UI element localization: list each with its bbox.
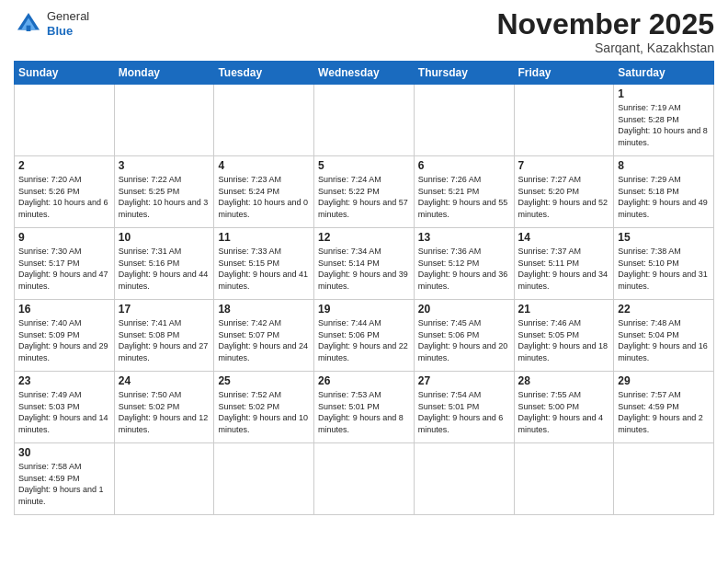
day-number: 14 xyxy=(518,231,610,244)
calendar-body: 1Sunrise: 7:19 AM Sunset: 5:28 PM Daylig… xyxy=(15,85,714,515)
calendar-day-cell xyxy=(214,85,314,156)
calendar-day-cell: 24Sunrise: 7:50 AM Sunset: 5:02 PM Dayli… xyxy=(114,372,214,443)
calendar-header: SundayMondayTuesdayWednesdayThursdayFrid… xyxy=(15,62,714,85)
day-number: 16 xyxy=(18,303,110,316)
weekday-header: Saturday xyxy=(614,62,714,85)
calendar-day-cell: 12Sunrise: 7:34 AM Sunset: 5:14 PM Dayli… xyxy=(314,228,415,300)
calendar-day-cell: 23Sunrise: 7:49 AM Sunset: 5:03 PM Dayli… xyxy=(15,372,115,443)
day-number: 8 xyxy=(618,159,710,172)
logo-blue: Blue xyxy=(47,24,89,39)
day-info: Sunrise: 7:55 AM Sunset: 5:00 PM Dayligh… xyxy=(518,389,610,435)
calendar-week-row: 30Sunrise: 7:58 AM Sunset: 4:59 PM Dayli… xyxy=(15,443,714,515)
day-info: Sunrise: 7:34 AM Sunset: 5:14 PM Dayligh… xyxy=(318,246,410,292)
calendar-day-cell xyxy=(414,443,514,515)
calendar-day-cell: 13Sunrise: 7:36 AM Sunset: 5:12 PM Dayli… xyxy=(414,228,514,300)
calendar-day-cell: 4Sunrise: 7:23 AM Sunset: 5:24 PM Daylig… xyxy=(214,156,314,228)
day-info: Sunrise: 7:20 AM Sunset: 5:26 PM Dayligh… xyxy=(18,174,110,220)
day-number: 29 xyxy=(618,374,710,387)
weekday-header: Wednesday xyxy=(314,62,415,85)
month-title: November 2025 xyxy=(496,9,714,39)
calendar-day-cell: 10Sunrise: 7:31 AM Sunset: 5:16 PM Dayli… xyxy=(114,228,214,300)
day-number: 9 xyxy=(18,231,110,244)
day-number: 20 xyxy=(418,303,510,316)
calendar-day-cell xyxy=(314,443,415,515)
calendar-day-cell: 28Sunrise: 7:55 AM Sunset: 5:00 PM Dayli… xyxy=(514,372,614,443)
calendar-day-cell: 26Sunrise: 7:53 AM Sunset: 5:01 PM Dayli… xyxy=(314,372,415,443)
day-number: 19 xyxy=(318,303,410,316)
day-number: 24 xyxy=(119,374,210,387)
calendar-day-cell: 17Sunrise: 7:41 AM Sunset: 5:08 PM Dayli… xyxy=(114,300,214,372)
day-info: Sunrise: 7:53 AM Sunset: 5:01 PM Dayligh… xyxy=(318,389,410,435)
day-info: Sunrise: 7:37 AM Sunset: 5:11 PM Dayligh… xyxy=(518,246,610,292)
day-info: Sunrise: 7:49 AM Sunset: 5:03 PM Dayligh… xyxy=(18,389,110,435)
calendar-day-cell xyxy=(15,85,115,156)
calendar-table: SundayMondayTuesdayWednesdayThursdayFrid… xyxy=(14,61,714,515)
day-info: Sunrise: 7:52 AM Sunset: 5:02 PM Dayligh… xyxy=(218,389,310,435)
svg-rect-2 xyxy=(27,26,31,31)
weekday-header: Monday xyxy=(114,62,214,85)
weekday-header: Friday xyxy=(514,62,614,85)
calendar-week-row: 2Sunrise: 7:20 AM Sunset: 5:26 PM Daylig… xyxy=(15,156,714,228)
calendar-day-cell: 25Sunrise: 7:52 AM Sunset: 5:02 PM Dayli… xyxy=(214,372,314,443)
page-header: General Blue November 2025 Sarqant, Kaza… xyxy=(14,9,714,55)
day-info: Sunrise: 7:45 AM Sunset: 5:06 PM Dayligh… xyxy=(418,317,510,363)
day-number: 5 xyxy=(318,159,410,172)
day-number: 26 xyxy=(318,374,410,387)
day-number: 15 xyxy=(618,231,710,244)
day-number: 13 xyxy=(418,231,510,244)
weekday-header-row: SundayMondayTuesdayWednesdayThursdayFrid… xyxy=(15,62,714,85)
logo-icon xyxy=(14,9,43,39)
day-number: 17 xyxy=(119,303,210,316)
calendar-day-cell xyxy=(314,85,415,156)
day-number: 3 xyxy=(119,159,210,172)
calendar-day-cell xyxy=(114,443,214,515)
day-number: 11 xyxy=(218,231,310,244)
calendar-day-cell: 21Sunrise: 7:46 AM Sunset: 5:05 PM Dayli… xyxy=(514,300,614,372)
day-info: Sunrise: 7:24 AM Sunset: 5:22 PM Dayligh… xyxy=(318,174,410,220)
calendar-day-cell: 30Sunrise: 7:58 AM Sunset: 4:59 PM Dayli… xyxy=(15,443,115,515)
calendar-day-cell: 27Sunrise: 7:54 AM Sunset: 5:01 PM Dayli… xyxy=(414,372,514,443)
day-info: Sunrise: 7:22 AM Sunset: 5:25 PM Dayligh… xyxy=(119,174,210,220)
day-info: Sunrise: 7:36 AM Sunset: 5:12 PM Dayligh… xyxy=(418,246,510,292)
day-number: 4 xyxy=(218,159,310,172)
day-info: Sunrise: 7:26 AM Sunset: 5:21 PM Dayligh… xyxy=(418,174,510,220)
calendar-day-cell xyxy=(214,443,314,515)
day-info: Sunrise: 7:19 AM Sunset: 5:28 PM Dayligh… xyxy=(618,102,710,148)
day-number: 27 xyxy=(418,374,510,387)
calendar-day-cell: 20Sunrise: 7:45 AM Sunset: 5:06 PM Dayli… xyxy=(414,300,514,372)
calendar-week-row: 16Sunrise: 7:40 AM Sunset: 5:09 PM Dayli… xyxy=(15,300,714,372)
calendar-day-cell xyxy=(114,85,214,156)
day-number: 28 xyxy=(518,374,610,387)
day-info: Sunrise: 7:48 AM Sunset: 5:04 PM Dayligh… xyxy=(618,317,710,363)
calendar-day-cell xyxy=(614,443,714,515)
logo-text: General Blue xyxy=(47,9,89,38)
day-info: Sunrise: 7:29 AM Sunset: 5:18 PM Dayligh… xyxy=(618,174,710,220)
calendar-day-cell: 15Sunrise: 7:38 AM Sunset: 5:10 PM Dayli… xyxy=(614,228,714,300)
day-number: 12 xyxy=(318,231,410,244)
day-info: Sunrise: 7:30 AM Sunset: 5:17 PM Dayligh… xyxy=(18,246,110,292)
day-number: 23 xyxy=(18,374,110,387)
day-number: 7 xyxy=(518,159,610,172)
day-number: 21 xyxy=(518,303,610,316)
day-number: 30 xyxy=(18,446,110,459)
day-info: Sunrise: 7:23 AM Sunset: 5:24 PM Dayligh… xyxy=(218,174,310,220)
day-number: 22 xyxy=(618,303,710,316)
calendar-day-cell: 3Sunrise: 7:22 AM Sunset: 5:25 PM Daylig… xyxy=(114,156,214,228)
logo-general: General xyxy=(47,9,89,24)
day-info: Sunrise: 7:27 AM Sunset: 5:20 PM Dayligh… xyxy=(518,174,610,220)
calendar-day-cell: 9Sunrise: 7:30 AM Sunset: 5:17 PM Daylig… xyxy=(15,228,115,300)
calendar-week-row: 9Sunrise: 7:30 AM Sunset: 5:17 PM Daylig… xyxy=(15,228,714,300)
calendar-day-cell: 22Sunrise: 7:48 AM Sunset: 5:04 PM Dayli… xyxy=(614,300,714,372)
day-number: 1 xyxy=(618,87,710,100)
day-info: Sunrise: 7:44 AM Sunset: 5:06 PM Dayligh… xyxy=(318,317,410,363)
day-info: Sunrise: 7:46 AM Sunset: 5:05 PM Dayligh… xyxy=(518,317,610,363)
calendar-day-cell xyxy=(414,85,514,156)
day-info: Sunrise: 7:57 AM Sunset: 4:59 PM Dayligh… xyxy=(618,389,710,435)
day-info: Sunrise: 7:38 AM Sunset: 5:10 PM Dayligh… xyxy=(618,246,710,292)
day-info: Sunrise: 7:41 AM Sunset: 5:08 PM Dayligh… xyxy=(119,317,210,363)
calendar-day-cell: 1Sunrise: 7:19 AM Sunset: 5:28 PM Daylig… xyxy=(614,85,714,156)
day-info: Sunrise: 7:58 AM Sunset: 4:59 PM Dayligh… xyxy=(18,461,110,507)
weekday-header: Tuesday xyxy=(214,62,314,85)
calendar-day-cell: 18Sunrise: 7:42 AM Sunset: 5:07 PM Dayli… xyxy=(214,300,314,372)
calendar-day-cell: 2Sunrise: 7:20 AM Sunset: 5:26 PM Daylig… xyxy=(15,156,115,228)
